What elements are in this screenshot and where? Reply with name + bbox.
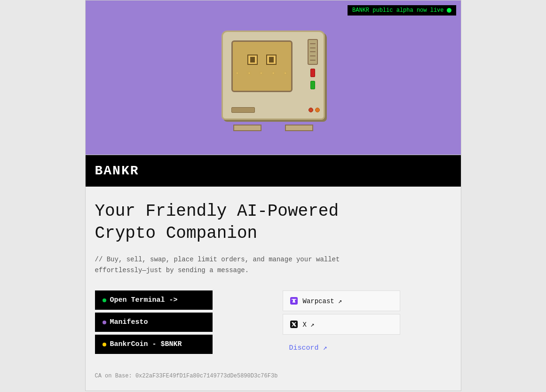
tv-screen: · · · · · bbox=[231, 40, 293, 92]
tv-knob-red bbox=[310, 69, 315, 77]
hero-headline: Your Friendly AI-PoweredCrypto Companion bbox=[95, 201, 451, 245]
terminal-dot bbox=[103, 298, 106, 302]
tv-eye-inner-left bbox=[250, 57, 255, 63]
tv-bottom-circles bbox=[309, 108, 320, 112]
content-section: BANKR Your Friendly AI-PoweredCrypto Com… bbox=[85, 155, 461, 391]
bankrcoin-button[interactable]: BankrCoin - $BNKR bbox=[95, 335, 213, 354]
brand-title: BANKR bbox=[95, 164, 139, 178]
speaker-line-3 bbox=[310, 51, 316, 52]
tv-eye-left bbox=[247, 55, 258, 65]
bankrcoin-label: BankrCoin - $BNKR bbox=[110, 340, 182, 348]
tv-speaker bbox=[308, 39, 318, 65]
terminal-label: Open Terminal -> bbox=[110, 296, 178, 304]
tv-smile: · · · · · bbox=[235, 69, 289, 78]
tv-circle-1 bbox=[309, 108, 313, 112]
tv-illustration: · · · · · bbox=[222, 31, 325, 125]
tv-eye-inner-right bbox=[269, 57, 274, 63]
tv-bottom-panel bbox=[231, 107, 320, 113]
left-buttons: Open Terminal -> Manifesto BankrCoin - $… bbox=[95, 290, 273, 358]
discord-link[interactable]: Discord ↗ bbox=[283, 337, 400, 358]
ca-text: CA on Base: 0x22aF33FE49fD1Fa80c7149773d… bbox=[95, 373, 278, 379]
tv-circle-2 bbox=[315, 108, 320, 112]
tv-body: · · · · · bbox=[222, 31, 325, 120]
speaker-line-2 bbox=[310, 47, 316, 48]
tv-eye-right bbox=[266, 55, 277, 65]
brand-bar: BANKR bbox=[86, 155, 461, 187]
warpcast-label: Warpcast ↗ bbox=[303, 297, 342, 305]
tv-leg-left bbox=[233, 125, 261, 131]
main-content: Your Friendly AI-PoweredCrypto Companion… bbox=[86, 187, 461, 391]
bankrcoin-dot bbox=[103, 343, 106, 346]
speaker-line-5 bbox=[310, 60, 316, 61]
page-container: BANKR public alpha now live · · · · · bbox=[85, 0, 461, 391]
speaker-line-4 bbox=[310, 55, 316, 56]
manifesto-button[interactable]: Manifesto bbox=[95, 313, 213, 332]
links-grid: Open Terminal -> Manifesto BankrCoin - $… bbox=[95, 290, 451, 358]
warpcast-icon bbox=[290, 297, 298, 305]
manifesto-label: Manifesto bbox=[110, 318, 148, 326]
status-badge: BANKR public alpha now live bbox=[348, 5, 456, 16]
tv-knob-green bbox=[310, 81, 315, 89]
manifesto-dot bbox=[103, 321, 106, 324]
warpcast-link[interactable]: Warpcast ↗ bbox=[283, 290, 400, 311]
speaker-line-1 bbox=[310, 43, 316, 44]
discord-label: Discord ↗ bbox=[289, 343, 327, 352]
x-icon bbox=[290, 320, 298, 329]
ca-footer: CA on Base: 0x22aF33FE49fD1Fa80c7149773d… bbox=[95, 367, 451, 381]
x-label: X ↗ bbox=[303, 321, 315, 329]
x-link[interactable]: X ↗ bbox=[283, 314, 400, 335]
hero-subtext: // Buy, sell, swap, place limit orders, … bbox=[95, 254, 451, 277]
status-text: BANKR public alpha now live bbox=[352, 7, 443, 14]
tv-leg-right bbox=[285, 125, 313, 131]
status-dot bbox=[447, 8, 451, 13]
tv-bottom-btn bbox=[231, 107, 255, 113]
tv-right-panel bbox=[306, 39, 320, 100]
open-terminal-button[interactable]: Open Terminal -> bbox=[95, 290, 213, 310]
hero-section: BANKR public alpha now live · · · · · bbox=[85, 0, 461, 155]
right-links: Warpcast ↗ X ↗ Discord ↗ bbox=[273, 290, 451, 358]
tv-eyes bbox=[247, 55, 277, 65]
